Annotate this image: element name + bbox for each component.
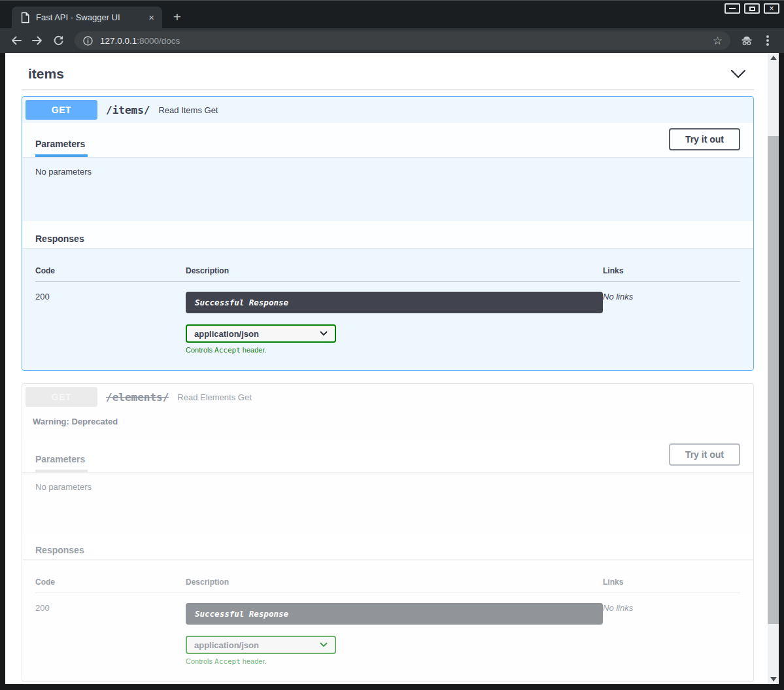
response-description-text: Successful Response [195, 298, 288, 307]
browser-toolbar: 127.0.0.1:8000/docs ☆ [0, 28, 784, 53]
response-description-cell: Successful Response application/json Con… [186, 603, 603, 666]
close-button[interactable]: × [764, 3, 779, 14]
note-code: Accept [214, 657, 241, 666]
forward-button[interactable] [27, 31, 47, 50]
url-host: 127.0.0.1 [100, 36, 137, 46]
method-badge: GET [26, 100, 97, 120]
response-description-cell: Successful Response application/json Con… [186, 292, 603, 354]
parameters-header: Parameters Try it out [22, 438, 753, 472]
back-button[interactable] [7, 31, 26, 50]
tab-parameters[interactable]: Parameters [35, 450, 88, 472]
note-prefix: Controls [186, 346, 214, 354]
media-type-value: application/json [194, 329, 259, 339]
try-it-out-button[interactable]: Try it out [669, 443, 740, 466]
collapse-chevron-icon[interactable] [730, 69, 746, 78]
browser-window: Fast API - Swagger UI × + × 127.0.0.1:80… [0, 0, 784, 690]
kebab-menu-icon [766, 39, 769, 42]
responses-header: Responses [22, 532, 753, 559]
minimize-icon [729, 8, 736, 9]
col-description: Description [186, 266, 603, 275]
method-badge: GET [26, 387, 97, 407]
endpoint-path: /elements/ [106, 391, 169, 404]
site-info-icon[interactable] [82, 35, 94, 46]
accept-header-note: Controls Accept header. [186, 346, 603, 354]
note-suffix: header. [241, 657, 267, 665]
col-links: Links [603, 578, 740, 587]
col-code: Code [35, 578, 186, 587]
incognito-icon [737, 31, 757, 50]
opblock-summary[interactable]: GET /elements/ Read Elements Get [22, 384, 753, 410]
browser-menu-button[interactable] [758, 31, 777, 50]
maximize-button[interactable] [744, 3, 760, 14]
deprecated-warning: Warning: Deprecated [22, 410, 753, 438]
tag-section-header[interactable]: items [22, 61, 754, 90]
url-text[interactable]: 127.0.0.1:8000/docs [100, 36, 180, 46]
response-links: No links [603, 603, 740, 666]
bookmark-star-icon[interactable]: ☆ [713, 35, 723, 46]
opblock-summary[interactable]: GET /items/ Read Items Get [22, 97, 753, 123]
no-parameters-text: No parameters [22, 472, 753, 532]
scroll-up-arrow[interactable] [770, 56, 777, 60]
parameters-header: Parameters Try it out [22, 123, 753, 157]
close-icon: × [769, 5, 774, 12]
tab-strip: Fast API - Swagger UI × + × [0, 1, 784, 28]
response-description-box: Successful Response [186, 603, 603, 625]
col-links: Links [603, 266, 740, 275]
endpoint-summary: Read Elements Get [177, 392, 251, 402]
accept-header-note: Controls Accept header. [186, 657, 603, 666]
responses-table: Code Description Links 200 Successful Re… [22, 559, 753, 681]
media-type-select[interactable]: application/json [186, 636, 336, 654]
no-parameters-text: No parameters [22, 157, 753, 221]
tab-close-icon[interactable]: × [148, 12, 154, 22]
opblock-get-elements-deprecated: GET /elements/ Read Elements Get Warning… [22, 383, 754, 682]
responses-table: Code Description Links 200 Successful Re… [22, 248, 753, 370]
responses-table-head: Code Description Links [35, 266, 740, 282]
response-description-box: Successful Response [186, 292, 603, 313]
responses-table-head: Code Description Links [35, 578, 740, 593]
scrollbar-thumb[interactable] [768, 136, 779, 624]
media-type-value: application/json [194, 640, 259, 650]
maximize-icon [749, 7, 755, 11]
reload-icon [52, 35, 65, 47]
media-type-select[interactable]: application/json [186, 324, 336, 343]
endpoint-path: /items/ [106, 104, 150, 116]
try-it-out-button[interactable]: Try it out [669, 128, 740, 150]
swagger-content: items GET /items/ Read Items Get Paramet… [5, 53, 768, 684]
response-row: 200 Successful Response application/json… [35, 282, 740, 354]
responses-title: Responses [35, 233, 84, 244]
note-prefix: Controls [186, 657, 214, 665]
opblock-get-items: GET /items/ Read Items Get Parameters Tr… [22, 96, 754, 371]
favicon-document-icon [20, 12, 30, 24]
browser-tab[interactable]: Fast API - Swagger UI × [12, 7, 162, 28]
response-code: 200 [35, 603, 186, 666]
forward-arrow-icon [31, 34, 44, 47]
chevron-down-icon [320, 642, 328, 647]
back-arrow-icon [10, 34, 23, 47]
reload-button[interactable] [48, 31, 68, 50]
note-suffix: header. [241, 346, 267, 354]
col-code: Code [35, 266, 186, 275]
response-row: 200 Successful Response application/json… [35, 593, 740, 666]
response-links: No links [603, 292, 740, 354]
page-viewport: items GET /items/ Read Items Get Paramet… [5, 53, 779, 684]
window-controls: × [724, 3, 779, 14]
address-bar[interactable]: 127.0.0.1:8000/docs ☆ [75, 31, 730, 50]
url-path: :8000/docs [137, 36, 180, 46]
col-description: Description [186, 578, 603, 587]
note-code: Accept [214, 346, 241, 354]
endpoint-summary: Read Items Get [158, 105, 218, 115]
minimize-button[interactable] [724, 3, 740, 14]
response-description-text: Successful Response [195, 609, 288, 619]
new-tab-button[interactable]: + [167, 7, 187, 27]
tab-parameters[interactable]: Parameters [35, 135, 88, 157]
chevron-down-icon [320, 331, 328, 336]
responses-header: Responses [22, 221, 753, 248]
vertical-scrollbar[interactable] [768, 53, 779, 684]
response-code: 200 [35, 292, 186, 354]
responses-title: Responses [35, 545, 84, 555]
scroll-down-arrow[interactable] [770, 677, 777, 681]
tab-title: Fast API - Swagger UI [36, 12, 120, 22]
tag-title: items [28, 66, 64, 82]
